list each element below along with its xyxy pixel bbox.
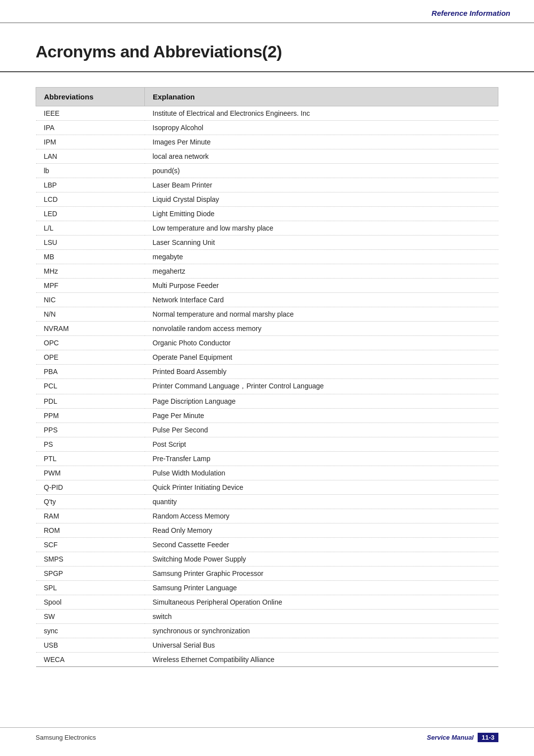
table-row: SCFSecond Cassette Feeder <box>36 538 498 552</box>
cell-explanation: Laser Scanning Unit <box>145 236 498 250</box>
cell-abbrev: LSU <box>36 236 145 250</box>
cell-explanation: Operate Panel Equipment <box>145 350 498 365</box>
cell-abbrev: OPC <box>36 336 145 350</box>
cell-abbrev: N/N <box>36 307 145 322</box>
cell-abbrev: IEEE <box>36 106 145 121</box>
table-row: SWswitch <box>36 610 498 624</box>
table-row: SPGPSamsung Printer Graphic Processor <box>36 567 498 581</box>
table-row: PTLPre-Transfer Lamp <box>36 452 498 466</box>
table-row: RAMRandom Access Memory <box>36 509 498 523</box>
cell-abbrev: USB <box>36 638 145 653</box>
cell-abbrev: IPA <box>36 121 145 135</box>
cell-abbrev: MPF <box>36 279 145 293</box>
cell-explanation: Second Cassette Feeder <box>145 538 498 552</box>
table-row: NVRAMnonvolatile random access memory <box>36 322 498 336</box>
table-row: MBmegabyte <box>36 250 498 264</box>
cell-explanation: Light Emitting Diode <box>145 207 498 221</box>
page-wrapper: Reference Information Acronyms and Abbre… <box>0 0 534 756</box>
cell-explanation: Switching Mode Power Supply <box>145 552 498 567</box>
table-row: PWMPulse Width Modulation <box>36 466 498 480</box>
cell-explanation: quantity <box>145 495 498 509</box>
cell-abbrev: PPS <box>36 423 145 437</box>
table-row: IEEEInstitute of Electrical and Electron… <box>36 106 498 121</box>
cell-explanation: Page Per Minute <box>145 409 498 423</box>
cell-explanation: Samsung Printer Graphic Processor <box>145 567 498 581</box>
cell-abbrev: Spool <box>36 595 145 610</box>
cell-explanation: switch <box>145 610 498 624</box>
cell-abbrev: sync <box>36 624 145 638</box>
table-row: L/LLow temperature and low marshy place <box>36 221 498 236</box>
footer-service-manual: Service Manual <box>427 734 474 741</box>
cell-explanation: pound(s) <box>145 164 498 178</box>
col-header-explanation: Explanation <box>145 88 498 106</box>
abbreviations-table: Abbreviations Explanation IEEEInstitute … <box>36 87 498 667</box>
cell-abbrev: PPM <box>36 409 145 423</box>
cell-abbrev: PS <box>36 437 145 452</box>
cell-abbrev: PDL <box>36 394 145 409</box>
table-row: LCDLiquid Crystal Display <box>36 192 498 207</box>
cell-abbrev: SCF <box>36 538 145 552</box>
table-row: LANlocal area network <box>36 149 498 164</box>
cell-abbrev: SPGP <box>36 567 145 581</box>
cell-abbrev: SW <box>36 610 145 624</box>
cell-abbrev: L/L <box>36 221 145 236</box>
cell-abbrev: PCL <box>36 379 145 394</box>
table-row: OPEOperate Panel Equipment <box>36 350 498 365</box>
cell-explanation: Organic Photo Conductor <box>145 336 498 350</box>
table-header-row: Abbreviations Explanation <box>36 88 498 106</box>
footer-right: Service Manual 11-3 <box>427 733 498 742</box>
cell-explanation: Samsung Printer Language <box>145 581 498 595</box>
cell-abbrev: ROM <box>36 523 145 538</box>
cell-abbrev: Q'ty <box>36 495 145 509</box>
col-header-abbrev: Abbreviations <box>36 88 145 106</box>
cell-explanation: Normal temperature and normal marshy pla… <box>145 307 498 322</box>
cell-explanation: megabyte <box>145 250 498 264</box>
cell-abbrev: RAM <box>36 509 145 523</box>
table-row: NICNetwork Interface Card <box>36 293 498 307</box>
table-row: IPMImages Per Minute <box>36 135 498 149</box>
table-row: LSULaser Scanning Unit <box>36 236 498 250</box>
cell-abbrev: LBP <box>36 178 145 192</box>
cell-explanation: Multi Purpose Feeder <box>145 279 498 293</box>
cell-abbrev: lb <box>36 164 145 178</box>
cell-explanation: Page Discription Language <box>145 394 498 409</box>
cell-abbrev: MB <box>36 250 145 264</box>
table-row: SPLSamsung Printer Language <box>36 581 498 595</box>
table-row: Q'tyquantity <box>36 495 498 509</box>
cell-explanation: nonvolatile random access memory <box>145 322 498 336</box>
footer-page: 11-3 <box>478 733 498 742</box>
table-row: LEDLight Emitting Diode <box>36 207 498 221</box>
cell-abbrev: LAN <box>36 149 145 164</box>
cell-explanation: megahertz <box>145 264 498 279</box>
table-row: syncsynchronous or synchronization <box>36 624 498 638</box>
table-row: MHzmegahertz <box>36 264 498 279</box>
table-row: PPMPage Per Minute <box>36 409 498 423</box>
cell-abbrev: PWM <box>36 466 145 480</box>
cell-explanation: Universal Serial Bus <box>145 638 498 653</box>
cell-explanation: synchronous or synchronization <box>145 624 498 638</box>
page-title-section: Acronyms and Abbreviations(2) <box>0 23 534 72</box>
table-row: PSPost Script <box>36 437 498 452</box>
cell-abbrev: WECA <box>36 653 145 667</box>
table-row: OPCOrganic Photo Conductor <box>36 336 498 350</box>
cell-abbrev: NVRAM <box>36 322 145 336</box>
cell-explanation: Isopropy Alcohol <box>145 121 498 135</box>
table-row: WECAWireless Ethernet Compatibility Alli… <box>36 653 498 667</box>
cell-abbrev: PTL <box>36 452 145 466</box>
table-row: PPSPulse Per Second <box>36 423 498 437</box>
cell-explanation: Institute of Electrical and Electronics … <box>145 106 498 121</box>
table-row: USBUniversal Serial Bus <box>36 638 498 653</box>
cell-abbrev: SPL <box>36 581 145 595</box>
cell-abbrev: SMPS <box>36 552 145 567</box>
table-row: IPAIsopropy Alcohol <box>36 121 498 135</box>
cell-explanation: Pulse Width Modulation <box>145 466 498 480</box>
header-title: Reference Information <box>432 9 510 17</box>
cell-explanation: Read Only Memory <box>145 523 498 538</box>
cell-explanation: Wireless Ethernet Compatibility Alliance <box>145 653 498 667</box>
cell-explanation: Post Script <box>145 437 498 452</box>
table-row: SMPSSwitching Mode Power Supply <box>36 552 498 567</box>
footer: Samsung Electronics Service Manual 11-3 <box>0 727 534 742</box>
cell-explanation: Quick Printer Initiating Device <box>145 480 498 495</box>
cell-abbrev: LCD <box>36 192 145 207</box>
cell-explanation: Low temperature and low marshy place <box>145 221 498 236</box>
